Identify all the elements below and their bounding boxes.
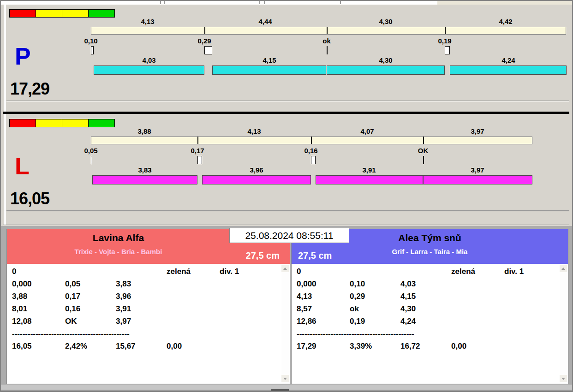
scrollbar[interactable] [560, 265, 567, 382]
dog-time-label: 3,97 [459, 166, 496, 174]
top-edge-strip [1, 1, 572, 5]
lane-total-time: 16,05 [10, 189, 49, 208]
crossing-marker [445, 46, 450, 54]
team-name: Lavina Alfa [7, 232, 230, 244]
crossing-delay-label: 0,19 [426, 37, 463, 45]
dog-time-label: 4,03 [131, 56, 167, 64]
table-cell: 0,19 [350, 317, 365, 326]
crossing-delay-label: 0,05 [72, 147, 109, 154]
jump-height-label: 27,5 cm [298, 250, 332, 261]
lane-panel-l: L16,053,884,134,073,970,050,170,16OK3,83… [6, 115, 569, 212]
table-cell: 0 [297, 267, 301, 276]
split-row: 3,880,173,96 [7, 292, 290, 304]
jump-height-label: 27,5 cm [246, 250, 280, 261]
table-cell: ----------------------------------------… [297, 329, 414, 339]
table-cell: ----------------------------------------… [12, 329, 130, 339]
crossing-marker [204, 46, 212, 54]
split-time-label: 3,88 [126, 127, 163, 135]
crossing-delay-label: OK [405, 147, 442, 154]
table-cell: 0,00 [451, 342, 466, 351]
dog-run-bar [202, 175, 311, 184]
info-row: 0zelenádiv. 1 [292, 267, 568, 279]
table-cell: 17,29 [297, 342, 316, 351]
table-cell: 3,96 [116, 292, 131, 301]
lane-letter: L [15, 154, 30, 178]
table-cell: 0,000 [12, 279, 32, 289]
divider-row: ----------------------------------------… [292, 329, 568, 342]
dog-time-label: 3,91 [351, 166, 388, 174]
team-results-text[interactable]: 0zelenádiv. 10,0000,104,034,130,294,158,… [292, 264, 568, 384]
table-cell: 0,05 [65, 279, 80, 289]
split-row: 12,08OK3,97 [7, 317, 290, 329]
dog-time-label: 4,24 [490, 56, 527, 64]
split-tick [423, 137, 424, 144]
table-cell: 4,13 [297, 292, 312, 301]
table-cell: 0,000 [297, 279, 316, 289]
start-light-box [9, 9, 36, 18]
dog-run-bar [212, 65, 326, 75]
start-light-box [88, 119, 115, 127]
crossing-delay-label: ok [308, 37, 345, 45]
crossing-marker [327, 46, 328, 54]
lanes-section: P17,294,134,444,304,420,100,29ok0,194,03… [1, 5, 572, 226]
split-tick [445, 27, 446, 34]
empty-status-strip [3, 213, 569, 225]
table-cell: 4,30 [400, 304, 416, 314]
background-window-edge [437, 1, 572, 5]
arrow-up-icon [561, 267, 565, 270]
arrow-up-icon [283, 267, 287, 270]
table-cell: 4,03 [400, 279, 416, 289]
dog-run-bar [450, 65, 567, 75]
crossing-delay-label: 0,17 [179, 147, 216, 154]
table-cell: 3,88 [12, 292, 27, 301]
split-time-label: 4,30 [367, 18, 404, 25]
table-cell: 4,24 [400, 317, 416, 326]
panel-highlight [4, 5, 6, 225]
edge-artifact [160, 1, 161, 4]
crossing-marker [423, 156, 424, 164]
dog-time-label: 4,15 [251, 56, 288, 64]
edge-artifact [264, 1, 265, 4]
table-cell: OK [65, 317, 77, 326]
divider-row: ----------------------------------------… [7, 329, 290, 342]
results-section: Lavina Alfa Trixie - Vojta - Bria - Bamb… [1, 226, 572, 385]
dog-run-bar [423, 175, 532, 184]
team-members: Trixie - Vojta - Bria - Bambi [7, 248, 230, 255]
start-light-box [62, 9, 89, 18]
table-cell: 0,29 [350, 292, 365, 301]
dog-run-bar [327, 65, 445, 75]
team-results-text[interactable]: 0zelenádiv. 10,0000,053,833,880,173,968,… [7, 264, 290, 384]
bottom-edge-strip [1, 385, 572, 391]
scroll-down-button[interactable] [281, 375, 289, 382]
edge-artifact [164, 1, 165, 4]
split-time-label: 3,97 [459, 127, 496, 135]
scrollbar[interactable] [281, 265, 289, 382]
scroll-up-button[interactable] [560, 265, 567, 272]
info-row: 0zelenádiv. 1 [7, 267, 290, 279]
table-cell: div. 1 [504, 267, 524, 276]
table-cell: 16,72 [400, 342, 420, 351]
team-panel-left: Lavina Alfa Trixie - Vojta - Bria - Bamb… [6, 229, 290, 384]
crossing-marker [91, 46, 94, 54]
table-cell: 0,10 [350, 279, 365, 289]
table-cell: div. 1 [220, 267, 239, 276]
start-light-box [36, 119, 62, 127]
lane-panel-p: P17,294,134,444,304,420,100,29ok0,194,03… [6, 6, 569, 112]
split-time-label: 4,13 [236, 127, 273, 135]
scroll-up-button[interactable] [281, 265, 289, 272]
crossing-marker [311, 156, 316, 164]
arrow-down-icon [283, 378, 287, 380]
split-time-label: 4,07 [349, 127, 386, 135]
app-window: P17,294,134,444,304,420,100,29ok0,194,03… [0, 0, 573, 392]
dog-run-bar [316, 175, 423, 184]
table-cell: 4,15 [400, 292, 416, 301]
table-cell: 16,05 [12, 342, 32, 351]
scroll-down-button[interactable] [560, 375, 567, 382]
table-cell: 0,17 [65, 292, 80, 301]
team-members: Grif - Larra - Taira - Mia [292, 248, 568, 255]
dog-time-label: 3,96 [238, 166, 275, 174]
lane-letter: P [15, 44, 31, 68]
dog-run-bar [92, 175, 197, 184]
dog-run-bar [94, 65, 204, 75]
split-time-label: 4,13 [129, 18, 166, 25]
